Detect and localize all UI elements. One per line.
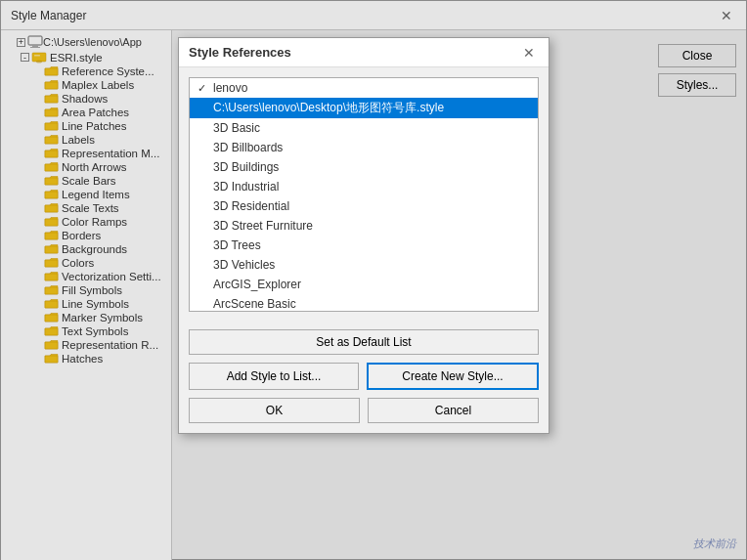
- list-item-3d-street-furniture[interactable]: 3D Street Furniture: [190, 216, 538, 236]
- list-item-lenovo[interactable]: ✓ lenovo: [190, 78, 538, 98]
- add-style-button[interactable]: Add Style to List...: [189, 363, 359, 390]
- checkbox-3d-street-furniture[interactable]: [194, 218, 209, 234]
- list-item-arcscene-basic[interactable]: ArcScene Basic: [190, 294, 538, 312]
- checkbox-3d-buildings[interactable]: [194, 159, 209, 175]
- dialog-close-button[interactable]: ✕: [519, 46, 539, 60]
- list-label-3d-trees: 3D Trees: [213, 238, 261, 252]
- dialog-footer: Set as Default List Add Style to List...…: [179, 329, 549, 433]
- checkbox-3d-vehicles[interactable]: [194, 257, 209, 273]
- checkbox-3d-residential[interactable]: [194, 198, 209, 214]
- list-item-3d-billboards[interactable]: 3D Billboards: [190, 138, 538, 157]
- modal-overlay: Style References ✕ ✓ lenovo C:\Users\len…: [0, 0, 747, 560]
- add-create-row: Add Style to List... Create New Style...: [189, 363, 539, 390]
- list-label-arcgis-explorer: ArcGIS_Explorer: [213, 278, 301, 291]
- list-label-lenovo: lenovo: [213, 81, 247, 95]
- list-item-3d-basic[interactable]: 3D Basic: [190, 118, 538, 138]
- list-items-container: ✓ lenovo C:\Users\lenovo\Desktop\地形图符号库.…: [190, 78, 538, 312]
- list-item-arcgis-explorer[interactable]: ArcGIS_Explorer: [190, 275, 538, 294]
- set-default-button[interactable]: Set as Default List: [189, 329, 539, 355]
- list-label-3d-buildings: 3D Buildings: [213, 160, 279, 174]
- checkbox-lenovo[interactable]: ✓: [194, 80, 209, 96]
- dialog-titlebar: Style References ✕: [179, 38, 549, 67]
- list-item-desktop-style[interactable]: C:\Users\lenovo\Desktop\地形图符号库.style: [190, 98, 538, 118]
- cancel-button[interactable]: Cancel: [368, 398, 539, 423]
- list-label-3d-residential: 3D Residential: [213, 199, 289, 213]
- list-item-3d-buildings[interactable]: 3D Buildings: [190, 157, 538, 177]
- dialog-title: Style References: [189, 45, 291, 60]
- checkbox-3d-trees[interactable]: [194, 237, 209, 253]
- list-item-3d-trees[interactable]: 3D Trees: [190, 236, 538, 255]
- list-label-3d-basic: 3D Basic: [213, 121, 260, 135]
- create-new-button[interactable]: Create New Style...: [367, 363, 539, 390]
- list-item-3d-industrial[interactable]: 3D Industrial: [190, 177, 538, 196]
- checkbox-arcscene-basic[interactable]: [194, 296, 209, 312]
- checkbox-3d-billboards[interactable]: [194, 140, 209, 155]
- list-item-3d-vehicles[interactable]: 3D Vehicles: [190, 255, 538, 275]
- list-label-3d-billboards: 3D Billboards: [213, 141, 283, 154]
- style-list[interactable]: ✓ lenovo C:\Users\lenovo\Desktop\地形图符号库.…: [189, 77, 539, 312]
- dialog-body: ✓ lenovo C:\Users\lenovo\Desktop\地形图符号库.…: [179, 67, 549, 329]
- checkbox-3d-industrial[interactable]: [194, 179, 209, 194]
- checkbox-3d-basic[interactable]: [194, 120, 209, 136]
- list-label-3d-street-furniture: 3D Street Furniture: [213, 219, 313, 233]
- checkbox-desktop-style[interactable]: [194, 101, 209, 116]
- default-row: Set as Default List: [189, 329, 539, 355]
- style-references-dialog: Style References ✕ ✓ lenovo C:\Users\len…: [178, 37, 549, 434]
- ok-button[interactable]: OK: [189, 398, 360, 423]
- list-label-3d-industrial: 3D Industrial: [213, 180, 279, 194]
- ok-cancel-row: OK Cancel: [189, 398, 539, 423]
- list-label-desktop-style: C:\Users\lenovo\Desktop\地形图符号库.style: [213, 100, 444, 116]
- checkbox-arcgis-explorer[interactable]: [194, 277, 209, 292]
- check-icon: ✓: [198, 82, 206, 95]
- list-label-arcscene-basic: ArcScene Basic: [213, 297, 296, 311]
- list-item-3d-residential[interactable]: 3D Residential: [190, 196, 538, 216]
- list-label-3d-vehicles: 3D Vehicles: [213, 258, 275, 272]
